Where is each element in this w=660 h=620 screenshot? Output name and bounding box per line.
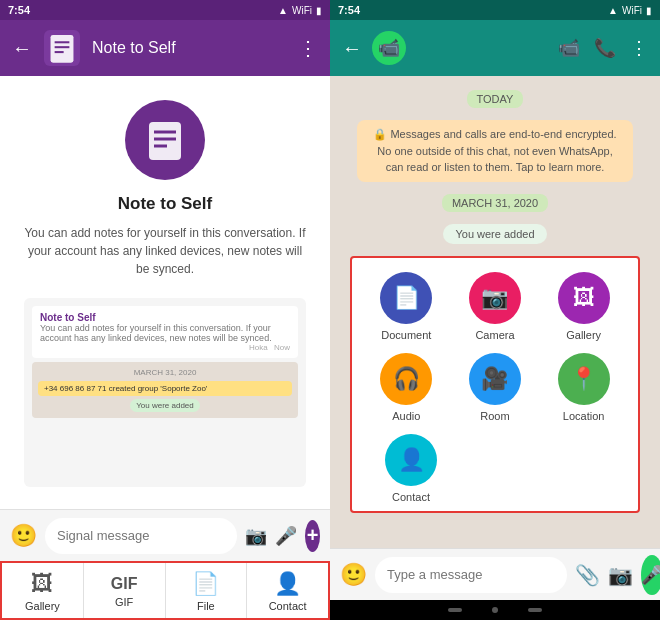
- gallery-action[interactable]: 🖼 Gallery: [2, 563, 84, 618]
- file-action[interactable]: 📄 File: [166, 563, 248, 618]
- chat-avatar: [125, 100, 205, 180]
- att-row-1: 📄 Document 📷 Camera 🖼 Gallery: [362, 272, 628, 341]
- gallery-label-att: Gallery: [566, 329, 601, 341]
- nav-back: [448, 608, 462, 612]
- svg-rect-0: [51, 35, 74, 63]
- right-status-bar: 7:54 ▲ WiFi ▮: [330, 0, 660, 20]
- chat-description: You can add notes for yourself in this c…: [24, 224, 306, 278]
- gallery-icon-att: 🖼: [573, 285, 595, 311]
- right-back-button[interactable]: ←: [342, 37, 362, 60]
- right-more-button[interactable]: ⋮: [630, 37, 648, 59]
- right-avatar: 📹: [372, 31, 406, 65]
- preview-wa-added: You were added: [130, 399, 200, 412]
- left-panel: 7:54 ▲ WiFi ▮ ← Note to Self ⋮: [0, 0, 330, 620]
- signal-icon: ▲: [278, 5, 288, 16]
- right-emoji-button[interactable]: 🙂: [340, 562, 367, 588]
- added-badge: You were added: [443, 224, 546, 244]
- right-camera-button[interactable]: 📷: [608, 563, 633, 587]
- audio-icon: 🎧: [393, 366, 420, 392]
- audio-label: Audio: [392, 410, 420, 422]
- location-circle: 📍: [558, 353, 610, 405]
- left-mic-button[interactable]: 🎤: [275, 525, 297, 547]
- contact-circle: 👤: [385, 434, 437, 486]
- document-icon: 📄: [393, 285, 420, 311]
- note-icon: [44, 30, 80, 66]
- avatar-note-icon: [143, 118, 187, 162]
- camera-label: Camera: [475, 329, 514, 341]
- audio-circle: 🎧: [380, 353, 432, 405]
- gallery-circle: 🖼: [558, 272, 610, 324]
- right-message-bar: 🙂 📎 📷 🎤: [330, 548, 660, 600]
- location-icon: 📍: [570, 366, 597, 392]
- gif-label: GIF: [115, 596, 133, 608]
- att-row-3: 👤 Contact: [362, 434, 628, 503]
- gallery-attachment[interactable]: 🖼 Gallery: [549, 272, 619, 341]
- preview-item-title: Note to Self: [40, 312, 290, 323]
- battery-icon: ▮: [316, 5, 322, 16]
- left-message-input[interactable]: [45, 518, 237, 554]
- right-message-input[interactable]: [375, 557, 567, 593]
- right-phone-button[interactable]: 📞: [594, 37, 616, 59]
- right-chat-area: TODAY 🔒 Messages and calls are end-to-en…: [330, 76, 660, 548]
- left-status-icons: ▲ WiFi ▮: [278, 5, 322, 16]
- left-time: 7:54: [8, 4, 30, 16]
- right-wifi-icon: WiFi: [622, 5, 642, 16]
- left-plus-button[interactable]: +: [305, 520, 320, 552]
- right-attach-button[interactable]: 📎: [575, 563, 600, 587]
- document-circle: 📄: [380, 272, 432, 324]
- contact-icon-att: 👤: [398, 447, 425, 473]
- preview-wa-phone: +34 696 86 87 71 created group 'Soporte …: [38, 381, 292, 396]
- preview-whatsapp: MARCH 31, 2020 +34 696 86 87 71 created …: [32, 362, 298, 418]
- left-emoji-button[interactable]: 🙂: [10, 523, 37, 549]
- file-label: File: [197, 600, 215, 612]
- gallery-label: Gallery: [25, 600, 60, 612]
- right-avatar-icon: 📹: [378, 37, 400, 59]
- svg-rect-4: [149, 122, 181, 160]
- left-more-button[interactable]: ⋮: [298, 36, 318, 60]
- document-attachment[interactable]: 📄 Document: [371, 272, 441, 341]
- chat-title: Note to Self: [118, 194, 212, 214]
- right-status-icons: ▲ WiFi ▮: [608, 5, 652, 16]
- contact-label-att: Contact: [392, 491, 430, 503]
- contact-icon: 👤: [274, 571, 301, 597]
- location-attachment[interactable]: 📍 Location: [549, 353, 619, 422]
- room-label: Room: [480, 410, 509, 422]
- camera-circle: 📷: [469, 272, 521, 324]
- nav-recent: [528, 608, 542, 612]
- contact-action[interactable]: 👤 Contact: [247, 563, 328, 618]
- camera-attachment[interactable]: 📷 Camera: [460, 272, 530, 341]
- preview-item-body: You can add notes for yourself in this c…: [40, 323, 290, 343]
- right-video-button[interactable]: 📹: [558, 37, 580, 59]
- wifi-icon: WiFi: [292, 5, 312, 16]
- march-badge: MARCH 31, 2020: [442, 194, 548, 212]
- room-icon: 🎥: [481, 366, 508, 392]
- contact-attachment[interactable]: 👤 Contact: [376, 434, 446, 503]
- right-battery-icon: ▮: [646, 5, 652, 16]
- right-header: ← 📹 📹 📞 ⋮: [330, 20, 660, 76]
- att-row-2: 🎧 Audio 🎥 Room 📍 Location: [362, 353, 628, 422]
- right-mic-button[interactable]: 🎤: [641, 555, 660, 595]
- right-header-icons: 📹 📞 ⋮: [558, 37, 648, 59]
- location-label: Location: [563, 410, 605, 422]
- nav-home: [492, 607, 498, 613]
- mic-icon: 🎤: [641, 564, 660, 586]
- audio-attachment[interactable]: 🎧 Audio: [371, 353, 441, 422]
- room-attachment[interactable]: 🎥 Room: [460, 353, 530, 422]
- right-signal-icon: ▲: [608, 5, 618, 16]
- today-badge: TODAY: [467, 90, 524, 108]
- left-message-bar: 🙂 📷 🎤 +: [0, 509, 330, 561]
- left-camera-button[interactable]: 📷: [245, 525, 267, 547]
- gif-action[interactable]: GIF GIF: [84, 563, 166, 618]
- nav-bar: [330, 600, 660, 620]
- gif-icon: GIF: [111, 575, 138, 593]
- left-header-title: Note to Self: [92, 39, 286, 57]
- contact-label: Contact: [269, 600, 307, 612]
- left-header: ← Note to Self ⋮: [0, 20, 330, 76]
- system-message: 🔒 Messages and calls are end-to-end encr…: [357, 120, 632, 182]
- header-avatar-box: [44, 30, 80, 66]
- back-button[interactable]: ←: [12, 37, 32, 60]
- left-status-bar: 7:54 ▲ WiFi ▮: [0, 0, 330, 20]
- room-circle: 🎥: [469, 353, 521, 405]
- left-bottom-actions: 🖼 Gallery GIF GIF 📄 File 👤 Contact: [0, 561, 330, 620]
- preview-item-meta: Hoka Now: [40, 343, 290, 352]
